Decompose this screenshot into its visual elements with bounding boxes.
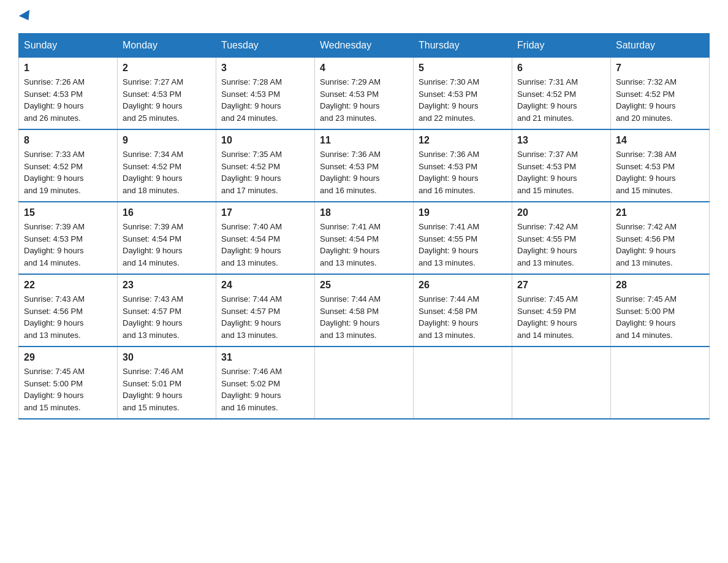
day-number: 15 — [24, 207, 112, 218]
day-info: Sunrise: 7:37 AMSunset: 4:53 PMDaylight:… — [517, 148, 605, 196]
calendar-week-row: 8Sunrise: 7:33 AMSunset: 4:52 PMDaylight… — [19, 129, 710, 202]
calendar-cell: 12Sunrise: 7:36 AMSunset: 4:53 PMDayligh… — [414, 129, 512, 202]
weekday-header-friday: Friday — [512, 34, 611, 58]
day-info: Sunrise: 7:41 AMSunset: 4:55 PMDaylight:… — [419, 221, 507, 269]
day-number: 2 — [123, 63, 211, 74]
day-number: 27 — [517, 280, 605, 291]
day-number: 23 — [123, 280, 211, 291]
day-number: 24 — [221, 280, 309, 291]
calendar-cell — [611, 347, 710, 419]
calendar-cell: 8Sunrise: 7:33 AMSunset: 4:52 PMDaylight… — [19, 129, 118, 202]
day-info: Sunrise: 7:31 AMSunset: 4:52 PMDaylight:… — [517, 76, 605, 124]
calendar-cell: 14Sunrise: 7:38 AMSunset: 4:53 PMDayligh… — [611, 129, 710, 202]
calendar-cell: 31Sunrise: 7:46 AMSunset: 5:02 PMDayligh… — [216, 347, 315, 419]
calendar-cell: 6Sunrise: 7:31 AMSunset: 4:52 PMDaylight… — [512, 58, 611, 130]
day-info: Sunrise: 7:34 AMSunset: 4:52 PMDaylight:… — [123, 148, 211, 196]
day-info: Sunrise: 7:38 AMSunset: 4:53 PMDaylight:… — [616, 148, 704, 196]
calendar-week-row: 15Sunrise: 7:39 AMSunset: 4:53 PMDayligh… — [19, 202, 710, 274]
calendar-cell: 2Sunrise: 7:27 AMSunset: 4:53 PMDaylight… — [118, 58, 216, 130]
calendar-week-row: 22Sunrise: 7:43 AMSunset: 4:56 PMDayligh… — [19, 274, 710, 347]
day-info: Sunrise: 7:32 AMSunset: 4:52 PMDaylight:… — [616, 76, 704, 124]
day-number: 3 — [221, 63, 309, 74]
day-info: Sunrise: 7:44 AMSunset: 4:57 PMDaylight:… — [221, 293, 309, 341]
day-number: 19 — [419, 207, 507, 218]
calendar-header-row: SundayMondayTuesdayWednesdayThursdayFrid… — [19, 34, 710, 58]
day-number: 30 — [123, 352, 211, 363]
calendar-cell: 24Sunrise: 7:44 AMSunset: 4:57 PMDayligh… — [216, 274, 315, 347]
day-info: Sunrise: 7:44 AMSunset: 4:58 PMDaylight:… — [320, 293, 408, 341]
day-number: 13 — [517, 135, 605, 146]
calendar-week-row: 1Sunrise: 7:26 AMSunset: 4:53 PMDaylight… — [19, 58, 710, 130]
logo — [18, 12, 32, 21]
day-info: Sunrise: 7:35 AMSunset: 4:52 PMDaylight:… — [221, 148, 309, 196]
calendar-cell: 9Sunrise: 7:34 AMSunset: 4:52 PMDaylight… — [118, 129, 216, 202]
calendar-cell: 3Sunrise: 7:28 AMSunset: 4:53 PMDaylight… — [216, 58, 315, 130]
calendar-cell: 23Sunrise: 7:43 AMSunset: 4:57 PMDayligh… — [118, 274, 216, 347]
day-info: Sunrise: 7:46 AMSunset: 5:01 PMDaylight:… — [123, 366, 211, 413]
logo-triangle-icon — [19, 10, 34, 23]
calendar-cell: 26Sunrise: 7:44 AMSunset: 4:58 PMDayligh… — [414, 274, 512, 347]
day-info: Sunrise: 7:40 AMSunset: 4:54 PMDaylight:… — [221, 221, 309, 269]
calendar-cell: 4Sunrise: 7:29 AMSunset: 4:53 PMDaylight… — [315, 58, 414, 130]
calendar-cell: 10Sunrise: 7:35 AMSunset: 4:52 PMDayligh… — [216, 129, 315, 202]
day-info: Sunrise: 7:36 AMSunset: 4:53 PMDaylight:… — [419, 148, 507, 196]
calendar-cell: 20Sunrise: 7:42 AMSunset: 4:55 PMDayligh… — [512, 202, 611, 274]
day-number: 9 — [123, 135, 211, 146]
calendar-cell: 17Sunrise: 7:40 AMSunset: 4:54 PMDayligh… — [216, 202, 315, 274]
calendar-cell: 28Sunrise: 7:45 AMSunset: 5:00 PMDayligh… — [611, 274, 710, 347]
day-number: 22 — [24, 280, 112, 291]
day-info: Sunrise: 7:30 AMSunset: 4:53 PMDaylight:… — [419, 76, 507, 124]
calendar-cell: 1Sunrise: 7:26 AMSunset: 4:53 PMDaylight… — [19, 58, 118, 130]
calendar-cell — [315, 347, 414, 419]
day-number: 31 — [221, 352, 309, 363]
calendar-cell: 22Sunrise: 7:43 AMSunset: 4:56 PMDayligh… — [19, 274, 118, 347]
day-info: Sunrise: 7:42 AMSunset: 4:56 PMDaylight:… — [616, 221, 704, 269]
day-info: Sunrise: 7:43 AMSunset: 4:57 PMDaylight:… — [123, 293, 211, 341]
day-info: Sunrise: 7:45 AMSunset: 5:00 PMDaylight:… — [24, 366, 112, 413]
calendar-cell: 18Sunrise: 7:41 AMSunset: 4:54 PMDayligh… — [315, 202, 414, 274]
day-number: 10 — [221, 135, 309, 146]
calendar-cell: 7Sunrise: 7:32 AMSunset: 4:52 PMDaylight… — [611, 58, 710, 130]
calendar-cell — [512, 347, 611, 419]
day-number: 11 — [320, 135, 408, 146]
day-number: 29 — [24, 352, 112, 363]
day-number: 4 — [320, 63, 408, 74]
day-number: 7 — [616, 63, 704, 74]
calendar-cell: 15Sunrise: 7:39 AMSunset: 4:53 PMDayligh… — [19, 202, 118, 274]
page-header — [18, 12, 710, 21]
day-number: 25 — [320, 280, 408, 291]
calendar-cell: 25Sunrise: 7:44 AMSunset: 4:58 PMDayligh… — [315, 274, 414, 347]
calendar-cell — [414, 347, 512, 419]
day-info: Sunrise: 7:43 AMSunset: 4:56 PMDaylight:… — [24, 293, 112, 341]
day-number: 20 — [517, 207, 605, 218]
weekday-header-monday: Monday — [118, 34, 216, 58]
calendar-cell: 19Sunrise: 7:41 AMSunset: 4:55 PMDayligh… — [414, 202, 512, 274]
weekday-header-wednesday: Wednesday — [315, 34, 414, 58]
calendar-cell: 5Sunrise: 7:30 AMSunset: 4:53 PMDaylight… — [414, 58, 512, 130]
day-info: Sunrise: 7:33 AMSunset: 4:52 PMDaylight:… — [24, 148, 112, 196]
calendar-cell: 30Sunrise: 7:46 AMSunset: 5:01 PMDayligh… — [118, 347, 216, 419]
day-info: Sunrise: 7:36 AMSunset: 4:53 PMDaylight:… — [320, 148, 408, 196]
day-number: 1 — [24, 63, 112, 74]
calendar-cell: 27Sunrise: 7:45 AMSunset: 4:59 PMDayligh… — [512, 274, 611, 347]
weekday-header-tuesday: Tuesday — [216, 34, 315, 58]
day-info: Sunrise: 7:29 AMSunset: 4:53 PMDaylight:… — [320, 76, 408, 124]
calendar-cell: 21Sunrise: 7:42 AMSunset: 4:56 PMDayligh… — [611, 202, 710, 274]
calendar-cell: 29Sunrise: 7:45 AMSunset: 5:00 PMDayligh… — [19, 347, 118, 419]
day-info: Sunrise: 7:28 AMSunset: 4:53 PMDaylight:… — [221, 76, 309, 124]
day-info: Sunrise: 7:39 AMSunset: 4:54 PMDaylight:… — [123, 221, 211, 269]
day-number: 14 — [616, 135, 704, 146]
day-number: 16 — [123, 207, 211, 218]
day-number: 12 — [419, 135, 507, 146]
day-number: 18 — [320, 207, 408, 218]
day-info: Sunrise: 7:26 AMSunset: 4:53 PMDaylight:… — [24, 76, 112, 124]
day-number: 5 — [419, 63, 507, 74]
calendar-week-row: 29Sunrise: 7:45 AMSunset: 5:00 PMDayligh… — [19, 347, 710, 419]
day-number: 17 — [221, 207, 309, 218]
calendar-table: SundayMondayTuesdayWednesdayThursdayFrid… — [18, 33, 710, 419]
weekday-header-thursday: Thursday — [414, 34, 512, 58]
weekday-header-sunday: Sunday — [19, 34, 118, 58]
day-number: 21 — [616, 207, 704, 218]
day-info: Sunrise: 7:45 AMSunset: 4:59 PMDaylight:… — [517, 293, 605, 341]
day-number: 8 — [24, 135, 112, 146]
